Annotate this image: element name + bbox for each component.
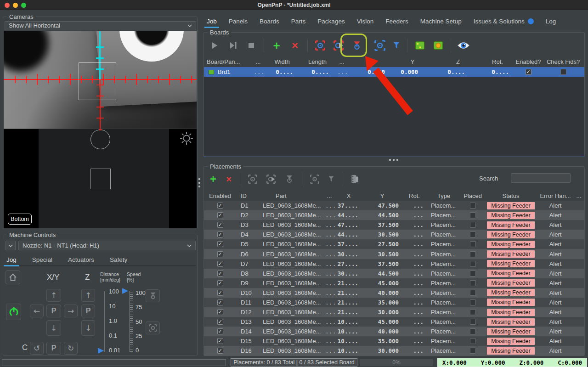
- placement-row[interactable]: D8LED_0603_1608Me......30....44.500...Pl…: [204, 269, 584, 278]
- speed-nozzle-button[interactable]: [146, 289, 160, 302]
- boards-column-header[interactable]: ...: [335, 58, 348, 65]
- jog-c-ccw-button[interactable]: ↺: [30, 342, 44, 355]
- search-input[interactable]: [511, 173, 571, 183]
- camera-view-selector[interactable]: Show All Horizontal: [5, 21, 196, 30]
- placed-checkbox[interactable]: [470, 231, 476, 237]
- placed-checkbox[interactable]: [470, 261, 476, 267]
- jog-y-minus-button[interactable]: ↓: [46, 320, 61, 336]
- placed-checkbox[interactable]: [470, 309, 476, 315]
- nozzle-selector[interactable]: Nozzle: N1 - NT1 (Head: H1): [18, 241, 196, 250]
- boards-column-header[interactable]: Z: [435, 58, 481, 65]
- placement-enabled-checkbox[interactable]: [217, 338, 223, 344]
- placements-column-header[interactable]: Placed: [461, 192, 484, 199]
- position-camera-placement-button[interactable]: [307, 171, 322, 187]
- jog-x-minus-button[interactable]: ←: [30, 305, 44, 317]
- distance-slider-track[interactable]: [104, 291, 105, 352]
- placement-enabled-checkbox[interactable]: [217, 212, 223, 218]
- placements-column-header[interactable]: Type: [426, 192, 461, 199]
- placement-row[interactable]: D14LED_0603_1608Me......10....40.000...P…: [204, 327, 584, 336]
- placed-checkbox[interactable]: [470, 241, 476, 247]
- jog-z-plus-button[interactable]: ↑: [81, 289, 95, 302]
- boards-column-header[interactable]: Width: [265, 58, 300, 65]
- remove-board-button[interactable]: ×: [287, 38, 303, 53]
- tab-panels[interactable]: Panels: [228, 16, 249, 27]
- tab-boards[interactable]: Boards: [259, 16, 280, 27]
- position-c-button[interactable]: P: [46, 342, 61, 355]
- boards-column-header[interactable]: Y: [390, 58, 435, 65]
- placements-column-header[interactable]: Error Han...: [537, 192, 573, 199]
- placements-column-header[interactable]: Status: [484, 192, 537, 199]
- board-fiducial-button[interactable]: [430, 38, 446, 53]
- capture-multiple-button[interactable]: [347, 171, 362, 187]
- placement-row[interactable]: D12LED_0603_1608Me......21....30.000...P…: [204, 307, 584, 317]
- job-play-button[interactable]: [207, 38, 222, 53]
- placed-checkbox[interactable]: [470, 290, 476, 296]
- placed-checkbox[interactable]: [470, 280, 476, 286]
- check-fids-checkbox[interactable]: [560, 69, 566, 75]
- capture-camera-location-button[interactable]: [312, 38, 328, 53]
- placement-row[interactable]: D9LED_0603_1608Me......21....45.000...Pl…: [204, 278, 584, 288]
- placement-row[interactable]: D11LED_0603_1608Me......21....35.000...P…: [204, 298, 584, 307]
- camera-position-button[interactable]: [146, 322, 160, 334]
- placement-row[interactable]: D5LED_0603_1608Me......37....27.500...Pl…: [204, 239, 584, 249]
- boards-table-header[interactable]: Board/Pan......WidthLength...XYZRot.Enab…: [204, 56, 584, 67]
- placement-enabled-checkbox[interactable]: [217, 251, 223, 257]
- position-camera-button[interactable]: [372, 38, 388, 53]
- placement-row[interactable]: D4LED_0603_1608Me......44....30.500...Pl…: [204, 230, 584, 239]
- placements-column-header[interactable]: ...: [323, 192, 335, 199]
- placements-table-header[interactable]: EnabledIDPart...XYRot.TypePlacedStatusEr…: [204, 191, 584, 201]
- tab-packages[interactable]: Packages: [317, 16, 345, 27]
- placement-row[interactable]: D16LED_0603_1608Me......10....30.000...P…: [204, 346, 584, 356]
- placements-column-header[interactable]: Enabled: [204, 192, 236, 199]
- placement-row[interactable]: D1LED_0603_1608Me......37....47.500...Pl…: [204, 201, 584, 210]
- position-z-button[interactable]: P: [81, 305, 95, 317]
- placed-checkbox[interactable]: [470, 319, 476, 325]
- placements-column-header[interactable]: X: [335, 192, 362, 199]
- placed-checkbox[interactable]: [470, 348, 476, 354]
- move-camera-to-placement-button[interactable]: [263, 171, 279, 187]
- placement-enabled-checkbox[interactable]: [217, 328, 223, 334]
- tab-job[interactable]: Job: [206, 16, 218, 27]
- tab-log[interactable]: Log: [545, 16, 557, 27]
- tab-issues-solutions[interactable]: Issues & Solutions: [473, 16, 535, 27]
- placement-enabled-checkbox[interactable]: [217, 309, 223, 315]
- boards-column-header[interactable]: X: [348, 58, 390, 65]
- placement-enabled-checkbox[interactable]: [217, 348, 223, 354]
- brightness-sun-icon[interactable]: [179, 130, 194, 146]
- machine-tab-safety[interactable]: Safety: [109, 255, 128, 265]
- move-nozzle-to-placement-button[interactable]: [282, 171, 297, 187]
- placement-enabled-checkbox[interactable]: [217, 203, 223, 209]
- placement-row[interactable]: D2LED_0603_1608Me......44....44.500...Pl…: [204, 210, 584, 220]
- jog-c-cw-button[interactable]: ↻: [64, 342, 78, 355]
- boards-column-header[interactable]: Check Fids?: [542, 58, 584, 65]
- head-selector-expand-button[interactable]: [6, 241, 16, 250]
- placed-checkbox[interactable]: [470, 328, 476, 334]
- placement-row[interactable]: D13LED_0603_1608Me......10....45.000...P…: [204, 317, 584, 327]
- machine-tab-jog[interactable]: Jog: [6, 255, 17, 265]
- tab-feeders[interactable]: Feeders: [384, 16, 409, 27]
- placements-column-header[interactable]: ...: [573, 192, 584, 199]
- placement-row[interactable]: D3LED_0603_1608Me......47....37.500...Pl…: [204, 220, 584, 230]
- board-row[interactable]: Brd1...0....0.......0.0000.0000....0....: [204, 67, 584, 77]
- placement-enabled-checkbox[interactable]: [217, 299, 223, 305]
- boards-column-header[interactable]: Length: [300, 58, 335, 65]
- placed-checkbox[interactable]: [470, 271, 476, 277]
- placed-checkbox[interactable]: [470, 299, 476, 305]
- placed-checkbox[interactable]: [470, 251, 476, 257]
- machine-tab-actuators[interactable]: Actuators: [67, 255, 95, 265]
- vertical-splitter-handle[interactable]: [198, 178, 200, 187]
- bottom-camera-view[interactable]: Bottom: [4, 129, 197, 228]
- machine-tab-special[interactable]: Special: [31, 255, 53, 265]
- board-two-sided-button[interactable]: [412, 38, 428, 53]
- placements-column-header[interactable]: Y: [362, 192, 402, 199]
- tab-machine-setup[interactable]: Machine Setup: [419, 16, 463, 27]
- horizontal-splitter-handle[interactable]: [389, 159, 398, 161]
- board-enabled-checkbox[interactable]: [526, 69, 531, 75]
- add-board-button[interactable]: +: [269, 38, 284, 53]
- home-button[interactable]: [6, 270, 20, 284]
- placed-checkbox[interactable]: [470, 203, 476, 209]
- placement-row[interactable]: D6LED_0603_1608Me......30....30.500...Pl…: [204, 249, 584, 259]
- tab-parts[interactable]: Parts: [290, 16, 307, 27]
- placement-row[interactable]: D10LED_0603_1608Me......21....40.000...P…: [204, 288, 584, 298]
- job-step-button[interactable]: [225, 38, 241, 53]
